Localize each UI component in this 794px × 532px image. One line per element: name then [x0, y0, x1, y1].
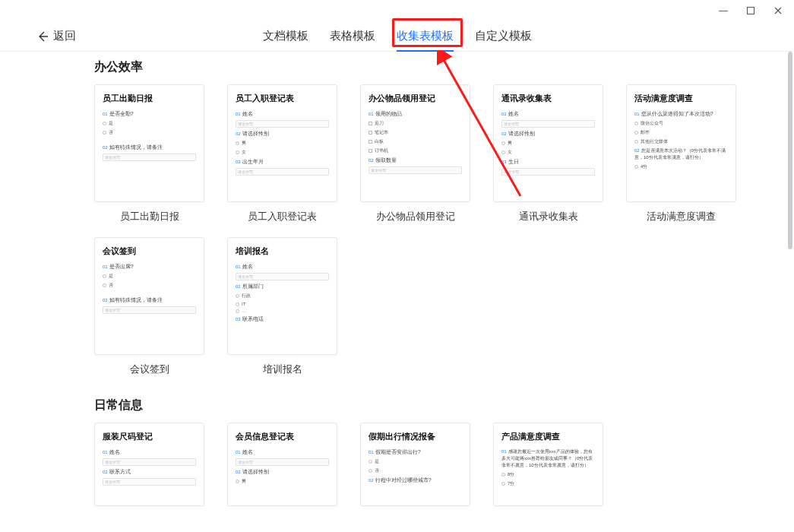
- tab-sheet-templates[interactable]: 表格模板: [330, 21, 375, 52]
- section-title-daily: 日常信息: [94, 397, 748, 413]
- card-content: 01是否出席? 是 否 02如有特殊情况，请备注 请金填写: [103, 263, 196, 314]
- template-card: 员工入职登记表 01姓名 请金填写 02请选择性别 男 女 03出生年月 请金填…: [227, 84, 337, 202]
- card-content: 01姓名 请金填写 02请选择性别 男 女 03出生年月 请金填写: [236, 110, 329, 176]
- tab-form-templates[interactable]: 收集表模板: [397, 21, 454, 52]
- card-content: 01姓名 请金填写 02所属部门 行政 IT … 03联系电话: [236, 263, 329, 323]
- card-title: 通讯录收集表: [501, 93, 595, 104]
- arrow-left-icon: [36, 30, 49, 43]
- card-content: 01姓名 请金填写 02请选择性别 男: [236, 448, 329, 485]
- card-title: 员工出勤日报: [103, 93, 196, 104]
- template-card: 办公物品领用登记 01领用的物品 剪刀 笔记本 白板 订书机 02领取数量 请金…: [360, 84, 470, 202]
- template-onboarding[interactable]: 员工入职登记表 01姓名 请金填写 02请选择性别 男 女 03出生年月 请金填…: [227, 84, 337, 223]
- template-card: 活动满意度调查 01您从什么渠道得知了本次活动? 微信公众号 邮件 其他社交媒体…: [626, 84, 736, 202]
- card-content: 01姓名 请金填写 02请选择性别 男 女 03生日 请金填写: [501, 110, 595, 176]
- tab-custom-templates[interactable]: 自定义模板: [475, 21, 532, 52]
- section-title-office: 办公效率: [94, 59, 748, 75]
- template-attendance[interactable]: 员工出勤日报 01是否全勤? 是 否 02如有特殊情况，请备注 请金填写 员工出…: [94, 84, 204, 223]
- template-name: 培训报名: [263, 363, 302, 376]
- card-title: 假期出行情况报备: [369, 431, 462, 442]
- window-close-button[interactable]: [767, 2, 789, 19]
- close-icon: [773, 6, 783, 15]
- card-title: 服装尺码登记: [103, 431, 196, 442]
- svg-rect-0: [748, 8, 754, 14]
- tab-document-templates[interactable]: 文档模板: [263, 21, 308, 52]
- window-maximize-button[interactable]: [739, 2, 762, 19]
- template-meeting-signin[interactable]: 会议签到 01是否出席? 是 否 02如有特殊情况，请备注 请金填写 会议签到: [94, 237, 204, 376]
- back-label: 返回: [53, 29, 76, 43]
- card-title: 活动满意度调查: [634, 93, 728, 104]
- template-name: 办公物品领用登记: [376, 210, 455, 223]
- card-content: 01姓名 请金填写 02联系方式 请金填写: [103, 448, 196, 486]
- card-title: 会员信息登记表: [236, 431, 329, 442]
- template-card: 会员信息登记表 01姓名 请金填写 02请选择性别 男: [227, 423, 337, 506]
- grid-office: 员工出勤日报 01是否全勤? 是 否 02如有特殊情况，请备注 请金填写 员工出…: [94, 84, 748, 376]
- template-name: 员工入职登记表: [248, 210, 317, 223]
- template-contacts[interactable]: 通讯录收集表 01姓名 请金填写 02请选择性别 男 女 03生日 请金填写 通…: [493, 84, 603, 223]
- template-name: 会议签到: [130, 363, 169, 376]
- page-body[interactable]: 办公效率 员工出勤日报 01是否全勤? 是 否 02如有特殊情况，请备注 请金填…: [0, 52, 794, 532]
- template-card: 产品满意度调查 01感谢您最近一次使用xxx产品的体验，您有多大可能将xxx推荐…: [493, 423, 603, 506]
- template-card: 服装尺码登记 01姓名 请金填写 02联系方式 请金填写: [94, 423, 204, 506]
- tabs: 文档模板 表格模板 收集表模板 自定义模板: [263, 21, 532, 52]
- card-title: 产品满意度调查: [501, 431, 595, 442]
- card-title: 培训报名: [236, 245, 329, 257]
- template-training-signup[interactable]: 培训报名 01姓名 请金填写 02所属部门 行政 IT … 03联系电话 培训报…: [227, 237, 337, 376]
- template-name: 活动满意度调查: [647, 210, 716, 223]
- card-content: 01假期是否安排出行? 是 否 02行程中对经过哪些城市?: [369, 448, 462, 484]
- scrollbar-thumb[interactable]: [788, 52, 792, 249]
- card-content: 01您从什么渠道得知了本次活动? 微信公众号 邮件 其他社交媒体 02您是否满意…: [634, 110, 728, 170]
- card-content: 01领用的物品 剪刀 笔记本 白板 订书机 02领取数量 请金填写: [369, 110, 462, 174]
- grid-daily: 服装尺码登记 01姓名 请金填写 02联系方式 请金填写 会员信息登记表 01姓…: [94, 423, 748, 506]
- template-clothing-size[interactable]: 服装尺码登记 01姓名 请金填写 02联系方式 请金填写: [94, 423, 204, 506]
- template-name: 员工出勤日报: [120, 210, 179, 223]
- card-title: 会议签到: [103, 245, 196, 257]
- template-supplies[interactable]: 办公物品领用登记 01领用的物品 剪刀 笔记本 白板 订书机 02领取数量 请金…: [360, 84, 470, 223]
- card-title: 员工入职登记表: [236, 93, 329, 104]
- template-card: 会议签到 01是否出席? 是 否 02如有特殊情况，请备注 请金填写: [94, 237, 204, 355]
- template-product-satisfaction[interactable]: 产品满意度调查 01感谢您最近一次使用xxx产品的体验，您有多大可能将xxx推荐…: [493, 423, 603, 506]
- template-card: 通讯录收集表 01姓名 请金填写 02请选择性别 男 女 03生日 请金填写: [493, 84, 603, 202]
- window-titlebar: —: [0, 0, 794, 21]
- template-holiday-travel[interactable]: 假期出行情况报备 01假期是否安排出行? 是 否 02行程中对经过哪些城市?: [360, 423, 470, 506]
- maximize-icon: [746, 6, 755, 15]
- back-button[interactable]: 返回: [36, 29, 76, 43]
- template-event-satisfaction[interactable]: 活动满意度调查 01您从什么渠道得知了本次活动? 微信公众号 邮件 其他社交媒体…: [626, 84, 736, 223]
- card-title: 办公物品领用登记: [369, 93, 462, 104]
- card-content: 01是否全勤? 是 否 02如有特殊情况，请备注 请金填写: [103, 110, 196, 161]
- window-minimize-button[interactable]: —: [712, 2, 735, 19]
- vertical-scrollbar[interactable]: [788, 52, 792, 477]
- template-member-info[interactable]: 会员信息登记表 01姓名 请金填写 02请选择性别 男: [227, 423, 337, 506]
- header: 返回 文档模板 表格模板 收集表模板 自定义模板: [0, 21, 794, 52]
- template-card: 员工出勤日报 01是否全勤? 是 否 02如有特殊情况，请备注 请金填写: [94, 84, 204, 202]
- template-name: 通讯录收集表: [519, 210, 578, 223]
- card-content: 01感谢您最近一次使用xxx产品的体验，您有多大可能将xxx推荐给朋友或同事？（…: [501, 448, 595, 487]
- template-card: 培训报名 01姓名 请金填写 02所属部门 行政 IT … 03联系电话: [227, 237, 337, 355]
- template-card: 假期出行情况报备 01假期是否安排出行? 是 否 02行程中对经过哪些城市?: [360, 423, 470, 506]
